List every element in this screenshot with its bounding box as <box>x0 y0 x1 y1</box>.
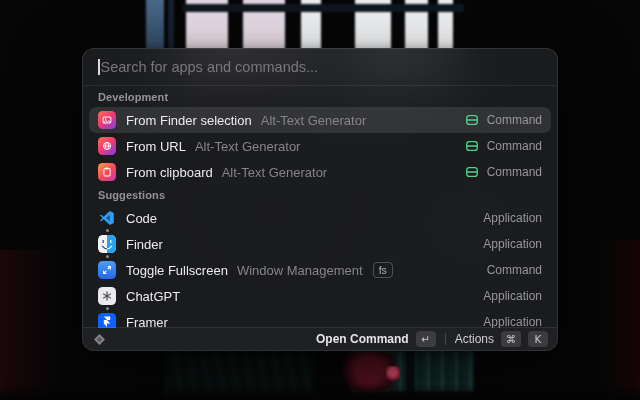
command-icon <box>465 139 479 153</box>
actions-button[interactable]: Actions ⌘ K <box>455 331 548 347</box>
search-bar[interactable] <box>83 49 557 86</box>
item-subtitle: Alt-Text Generator <box>222 165 328 180</box>
primary-action-label: Open Command <box>316 332 409 346</box>
section-header-suggestions: Suggestions <box>89 185 551 205</box>
item-type: Command <box>487 263 542 277</box>
k-key-badge: K <box>528 331 548 347</box>
open-command-button[interactable]: Open Command ↵ <box>316 331 436 347</box>
item-title: Toggle Fullscreen <box>126 263 228 278</box>
running-indicator <box>106 255 109 258</box>
item-subtitle: Window Management <box>237 263 363 278</box>
item-subtitle: Alt-Text Generator <box>195 139 301 154</box>
item-title: Code <box>126 211 157 226</box>
running-indicator <box>106 229 109 232</box>
item-title: From Finder selection <box>126 113 252 128</box>
chatgpt-icon <box>98 287 116 305</box>
list-item-toggle-fullscreen[interactable]: Toggle Fullscreen Window Management fs C… <box>89 257 551 283</box>
list-item-chatgpt[interactable]: ChatGPT Application <box>89 283 551 309</box>
running-indicator <box>106 307 109 310</box>
action-bar: Open Command ↵ Actions ⌘ K <box>83 327 557 350</box>
cmd-key-badge: ⌘ <box>501 331 521 347</box>
item-title: ChatGPT <box>126 289 180 304</box>
item-title: From URL <box>126 139 186 154</box>
alt-text-image-icon <box>98 111 116 129</box>
raycast-logo-icon <box>92 332 107 347</box>
item-type: Command <box>487 165 542 179</box>
alt-text-globe-icon <box>98 137 116 155</box>
results-list: Development From Finder selection Alt-Te… <box>83 86 557 328</box>
list-item-code[interactable]: Code Application <box>89 205 551 231</box>
item-title: From clipboard <box>126 165 213 180</box>
list-item-finder[interactable]: Finder Application <box>89 231 551 257</box>
item-type: Application <box>483 289 542 303</box>
actions-label: Actions <box>455 332 494 346</box>
item-subtitle: Alt-Text Generator <box>261 113 367 128</box>
command-icon <box>465 165 479 179</box>
item-type: Command <box>487 113 542 127</box>
item-type: Application <box>483 237 542 251</box>
alt-text-clipboard-icon <box>98 163 116 181</box>
list-item-framer[interactable]: Framer Application <box>89 309 551 328</box>
list-item-from-finder-selection[interactable]: From Finder selection Alt-Text Generator… <box>89 107 551 133</box>
section-header-development: Development <box>89 87 551 107</box>
search-input[interactable] <box>101 59 543 75</box>
alias-badge: fs <box>373 262 393 278</box>
list-item-from-url[interactable]: From URL Alt-Text Generator Command <box>89 133 551 159</box>
list-item-from-clipboard[interactable]: From clipboard Alt-Text Generator Comman… <box>89 159 551 185</box>
text-caret <box>98 59 100 75</box>
item-type: Command <box>487 139 542 153</box>
footer-divider <box>445 333 446 345</box>
command-icon <box>465 113 479 127</box>
vscode-icon <box>98 209 116 227</box>
command-palette: Development From Finder selection Alt-Te… <box>82 48 558 351</box>
item-title: Finder <box>126 237 163 252</box>
enter-key-badge: ↵ <box>416 331 436 347</box>
item-type: Application <box>483 211 542 225</box>
window-management-icon <box>98 261 116 279</box>
framer-icon <box>98 313 116 328</box>
finder-icon <box>98 235 116 253</box>
item-title: Framer <box>126 315 168 329</box>
desktop: Development From Finder selection Alt-Te… <box>0 0 640 400</box>
